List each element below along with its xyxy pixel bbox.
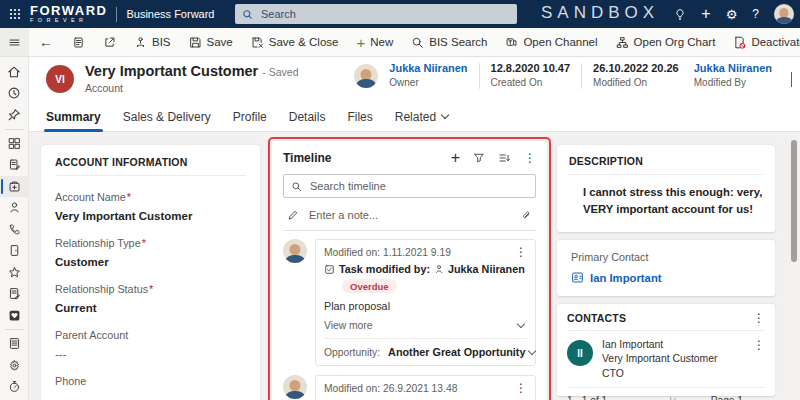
sidebar-item-recent[interactable] <box>0 83 29 105</box>
page-indicator: Page 1 <box>711 395 743 400</box>
popout-icon[interactable] <box>94 28 125 56</box>
gear-icon[interactable]: ⚙ <box>726 7 738 22</box>
sidebar-item-quotes[interactable] <box>0 283 29 305</box>
tab-details[interactable]: Details <box>278 102 337 132</box>
timeline-add-icon[interactable]: + <box>451 150 460 166</box>
user-avatar[interactable] <box>774 4 794 24</box>
entity-type: Account <box>85 82 123 94</box>
lightbulb-icon[interactable] <box>674 8 686 21</box>
chevron-down-icon <box>441 111 449 119</box>
field-relationship-type[interactable]: Relationship Type* Customer <box>55 237 246 268</box>
view-more-row[interactable]: View more <box>324 320 527 339</box>
sidebar-item-pinned[interactable] <box>0 104 29 126</box>
header-divider <box>581 63 582 89</box>
header-divider <box>479 63 480 89</box>
bis-search-button[interactable]: BIS Search <box>402 28 496 56</box>
page-title: Very Important Customer - Saved <box>85 63 298 79</box>
company-logo[interactable]: FORWARD FOREVER <box>30 4 107 24</box>
header-collapse-icon[interactable] <box>791 72 792 86</box>
contacts-footer: 1 - 1 of 1 ← Page 1 → <box>567 393 765 400</box>
field-relationship-status[interactable]: Relationship Status* Current <box>55 283 246 314</box>
filter-icon[interactable] <box>473 152 485 164</box>
primary-contact-link[interactable]: Ian Important <box>590 272 662 284</box>
contact-row[interactable]: II Ian Important Very Important Customer… <box>567 331 765 388</box>
field-parent-account[interactable]: Parent Account --- <box>55 329 246 360</box>
contact-avatar: II <box>567 340 593 366</box>
save-close-button[interactable]: Save & Close <box>242 28 348 56</box>
modified-by-link[interactable]: Jukka Niiranen <box>694 62 772 76</box>
global-search[interactable] <box>235 4 517 24</box>
note-input[interactable] <box>307 208 513 222</box>
sidebar-item-favorites[interactable] <box>0 262 29 284</box>
entry-body: Plan proposal <box>324 300 527 312</box>
save-button[interactable]: Save <box>180 28 242 56</box>
form-selector-icon[interactable] <box>63 28 94 56</box>
sidebar-item-settings[interactable] <box>0 355 29 377</box>
description-text[interactable]: I cannot stress this enough: very, VERY … <box>583 184 763 218</box>
record-header: VI Very Important Customer - Saved Accou… <box>29 56 800 102</box>
entry-more-icon[interactable]: ⋮ <box>507 245 527 259</box>
open-org-chart-label: Open Org Chart <box>634 36 716 48</box>
deactivate-button[interactable]: Deactivate <box>724 28 800 56</box>
description-section: DESCRIPTION I cannot stress this enough:… <box>557 145 775 232</box>
previous-page-icon[interactable]: ← <box>689 393 701 400</box>
note-composer[interactable] <box>283 202 536 228</box>
bis-search-label: BIS Search <box>429 36 487 48</box>
timeline-more-icon[interactable]: ⋮ <box>524 151 536 165</box>
entry-footer[interactable]: Opportunity: Another Great Opportunity <box>324 346 527 358</box>
tab-sales-delivery[interactable]: Sales & Delivery <box>112 102 222 132</box>
sidebar-item-phone-calls[interactable] <box>0 219 29 241</box>
timeline-search-input[interactable] <box>308 179 528 193</box>
vertical-scrollbar[interactable] <box>790 136 799 398</box>
opportunity-link[interactable]: Another Great Opportunity <box>388 346 525 358</box>
plus-icon: + <box>356 35 365 50</box>
contacts-more-icon[interactable]: ⋮ <box>745 311 765 325</box>
back-button[interactable]: ← <box>29 28 63 56</box>
field-account-name[interactable]: Account Name* Very Important Customer <box>55 191 246 222</box>
contact-name[interactable]: Ian Important <box>602 338 718 352</box>
field-phone[interactable]: Phone <box>55 375 246 387</box>
bis-label: BIS <box>152 36 171 48</box>
sidebar-item-accounts[interactable] <box>0 176 29 198</box>
add-icon[interactable]: + <box>701 5 710 23</box>
next-page-icon[interactable]: → <box>753 393 765 400</box>
sidebar-item-dashboards[interactable] <box>0 133 29 155</box>
timeline-entry: Modified on: 26.9.2021 13.48 ⋮ Appointme… <box>283 375 536 400</box>
paperclip-icon[interactable] <box>521 209 532 222</box>
scrollbar-thumb[interactable] <box>791 140 797 262</box>
tab-profile[interactable]: Profile <box>222 102 278 132</box>
sidebar-item-forms[interactable] <box>0 333 29 355</box>
bis-button[interactable]: BIS <box>125 28 180 56</box>
global-search-input[interactable] <box>259 7 463 21</box>
timeline-entry-card[interactable]: Modified on: 1.11.2021 9.19 ⋮ Task modif… <box>315 239 536 366</box>
deactivate-label: Deactivate <box>751 36 800 48</box>
timeline-search[interactable] <box>283 174 536 198</box>
waffle-icon[interactable] <box>0 0 30 28</box>
entry-person-link[interactable]: Jukka Niiranen <box>448 263 525 275</box>
sidebar-item-home[interactable] <box>0 61 29 83</box>
tab-summary[interactable]: Summary <box>35 102 112 132</box>
new-button[interactable]: + New <box>347 28 402 56</box>
sidebar-item-activities[interactable] <box>0 154 29 176</box>
sidebar-item-timer[interactable] <box>0 376 29 398</box>
sidebar-item-opportunities[interactable] <box>0 240 29 262</box>
entry-more-icon[interactable]: ⋮ <box>507 381 527 395</box>
owner-link[interactable]: Jukka Niiranen <box>389 62 467 76</box>
expand-records-icon[interactable] <box>498 152 511 164</box>
timeline-entry-card[interactable]: Modified on: 26.9.2021 13.48 ⋮ Appointme… <box>315 375 536 400</box>
sidebar-item-contacts[interactable] <box>0 197 29 219</box>
tab-files[interactable]: Files <box>336 102 383 132</box>
entry-modified-on: Modified on: 1.11.2021 9.19 <box>324 247 451 258</box>
open-org-chart-button[interactable]: Open Org Chart <box>607 28 725 56</box>
help-icon[interactable]: ? <box>752 7 759 21</box>
app-name[interactable]: Business Forward <box>126 8 214 20</box>
first-page-icon[interactable] <box>668 395 679 400</box>
contact-more-icon[interactable]: ⋮ <box>745 338 765 381</box>
tab-related[interactable]: Related <box>384 102 459 132</box>
open-channel-button[interactable]: Open Channel <box>496 28 606 56</box>
modified-on-field: 26.10.2022 20.26 Modified On <box>593 62 679 89</box>
divider <box>283 230 536 231</box>
sitemap-toggle-icon[interactable] <box>0 28 29 56</box>
sidebar-item-app-heart[interactable] <box>0 305 29 327</box>
section-title: DESCRIPTION <box>569 155 763 167</box>
